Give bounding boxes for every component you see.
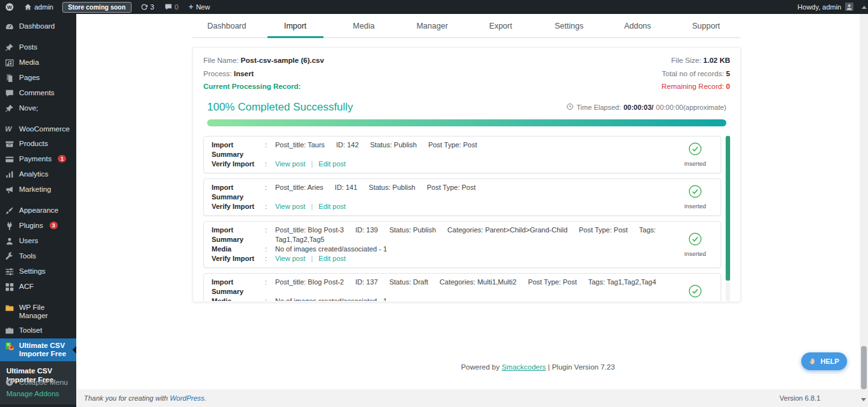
row-line-label: Verify Import	[212, 159, 265, 169]
woocommerce-icon: W	[5, 125, 15, 133]
sidebar-item-label: Posts	[19, 43, 37, 51]
file-info: File Name: Post-csv-sample (6).csv Proce…	[203, 54, 730, 93]
tab-settings[interactable]: Settings	[535, 14, 604, 37]
sidebar-item-label: Tools	[19, 252, 36, 260]
status-label: Inserted	[679, 250, 712, 257]
sidebar-item-appearance[interactable]: Appearance	[0, 203, 76, 218]
collapse-menu-label: Collapse Menu	[19, 378, 68, 386]
clock-icon	[566, 103, 574, 112]
smackcoders-link[interactable]: Smackcoders	[501, 363, 546, 371]
file-name-label: File Name:	[203, 57, 239, 64]
help-button[interactable]: HELP	[801, 352, 847, 370]
view-post-link[interactable]: View post	[275, 160, 306, 168]
remaining-record-value: 0	[726, 83, 730, 90]
sidebar-item-analytics[interactable]: Analytics	[0, 167, 76, 182]
sidebar-item-label: Users	[19, 237, 38, 245]
window-scrollbar[interactable]	[860, 0, 868, 407]
hand-icon	[809, 357, 817, 366]
footer-thanks: Thank you for creating with WordPress.	[84, 394, 207, 402]
progress-bar	[207, 119, 726, 126]
row-line-label: Media	[212, 297, 265, 301]
sidebar-item-comments[interactable]: Comments	[0, 86, 76, 101]
sidebar-item-media[interactable]: Media	[0, 55, 76, 70]
sidebar-item-woocommerce[interactable]: WWooCommerce	[0, 122, 76, 137]
sidebar-item-ultimate-csv-importer-free[interactable]: Ultimate CSV Importer Free	[0, 338, 76, 361]
summary-field: Categories: Multi1,Multi2	[440, 278, 517, 286]
scroll-down-arrow-icon[interactable]	[861, 398, 866, 404]
tab-import[interactable]: Import	[261, 14, 330, 37]
sidebar-item-posts[interactable]: Posts	[0, 40, 76, 55]
comments-count: 0	[175, 3, 179, 11]
sidebar-item-payments[interactable]: Payments1	[0, 152, 76, 167]
tab-support[interactable]: Support	[672, 14, 740, 37]
sidebar-item-dashboard[interactable]: Dashboard	[0, 19, 76, 34]
list-scrollbar-track[interactable]	[726, 136, 730, 301]
howdy-menu[interactable]: Howdy, admin	[797, 3, 841, 11]
list-scrollbar-thumb[interactable]	[726, 136, 730, 281]
collapse-menu-button[interactable]: Collapse Menu	[0, 375, 76, 390]
summary-field: Post_title: Blog Post-3	[275, 226, 344, 234]
site-name-menu[interactable]: admin	[19, 0, 58, 14]
tab-media[interactable]: Media	[330, 14, 398, 37]
submenu-item-manage-addons[interactable]: Manage Addons	[6, 389, 70, 398]
count-badge: 3	[50, 222, 58, 229]
acf-icon	[5, 283, 15, 291]
summary-field: Post Type: Post	[427, 183, 476, 191]
sidebar-item-label: Marketing	[19, 185, 51, 194]
admin-bar: W admin Store coming soon 3 0 + New Howd…	[0, 0, 860, 14]
sidebar-item-label: Plugins	[19, 222, 43, 230]
row-status: Inserted	[679, 142, 712, 167]
inserted-check-icon	[688, 190, 702, 201]
status-label: Inserted	[679, 160, 712, 167]
edit-post-link[interactable]: Edit post	[318, 203, 346, 210]
summary-field: ID: 142	[336, 141, 358, 149]
summary-field: Status: Publish	[369, 183, 415, 191]
view-post-link[interactable]: View post	[275, 203, 306, 210]
update-icon	[140, 3, 148, 11]
sidebar-item-label: ACF	[19, 283, 34, 291]
wordpress-link[interactable]: WordPress	[170, 394, 204, 402]
row-line-label: Verify Import	[212, 202, 265, 211]
sidebar-item-wp-file-manager[interactable]: WP File Manager	[0, 300, 76, 323]
updates-menu[interactable]: 3	[135, 0, 159, 14]
tab-manager[interactable]: Manager	[398, 14, 466, 37]
sidebar-item-tools[interactable]: Tools	[0, 249, 76, 264]
plugin-tab-bar: DashboardImportMediaManagerExportSetting…	[193, 14, 740, 38]
media-info: No of images created/associated - 1	[275, 297, 387, 301]
edit-post-link[interactable]: Edit post	[318, 255, 346, 262]
tab-export[interactable]: Export	[466, 14, 535, 37]
process-value: Insert	[234, 70, 254, 77]
sidebar-item-plugins[interactable]: Plugins3	[0, 218, 76, 234]
sidebar-item-label: Ultimate CSV Importer Free	[19, 342, 71, 358]
scroll-up-arrow-icon[interactable]	[862, 3, 867, 9]
sidebar-item-acf[interactable]: ACF	[0, 279, 76, 295]
row-line-label: Verify Import	[212, 254, 265, 264]
comments-icon	[5, 89, 15, 98]
sidebar-item-pages[interactable]: Pages	[0, 70, 76, 86]
sidebar-item-nove[interactable]: Nove;	[0, 101, 76, 116]
summary-field: Status: Publish	[390, 226, 436, 234]
products-icon	[5, 140, 15, 149]
sidebar-item-toolset[interactable]: Toolset	[0, 323, 76, 338]
status-label: Inserted	[679, 203, 712, 210]
tab-addons[interactable]: Addons	[604, 14, 672, 37]
row-status: Inserted	[679, 284, 712, 301]
sidebar-item-products[interactable]: Products	[0, 137, 76, 152]
sidebar-item-users[interactable]: Users	[0, 234, 76, 249]
sidebar-item-settings[interactable]: Settings	[0, 264, 76, 279]
wordpress-logo-icon[interactable]: W	[0, 0, 19, 14]
view-post-link[interactable]: View post	[275, 255, 306, 262]
summary-field: Post_title: Taurs	[275, 141, 325, 149]
tab-dashboard[interactable]: Dashboard	[193, 14, 261, 37]
file-size-label: File Size:	[671, 57, 701, 64]
new-content-menu[interactable]: + New	[184, 0, 215, 14]
summary-field: ID: 139	[355, 226, 377, 234]
pages-icon	[5, 74, 15, 83]
scrollbar-thumb[interactable]	[861, 346, 867, 389]
import-summary-row: Import Summary:Post_title: Blog Post-3ID…	[203, 221, 721, 268]
sidebar-item-marketing[interactable]: Marketing	[0, 182, 76, 197]
edit-post-link[interactable]: Edit post	[318, 160, 346, 168]
time-elapsed: Time Elapsed: 00:00:03/ 00:00:00(approxi…	[566, 103, 726, 112]
comments-menu[interactable]: 0	[159, 0, 184, 14]
sidebar-item-label: Dashboard	[19, 22, 55, 30]
